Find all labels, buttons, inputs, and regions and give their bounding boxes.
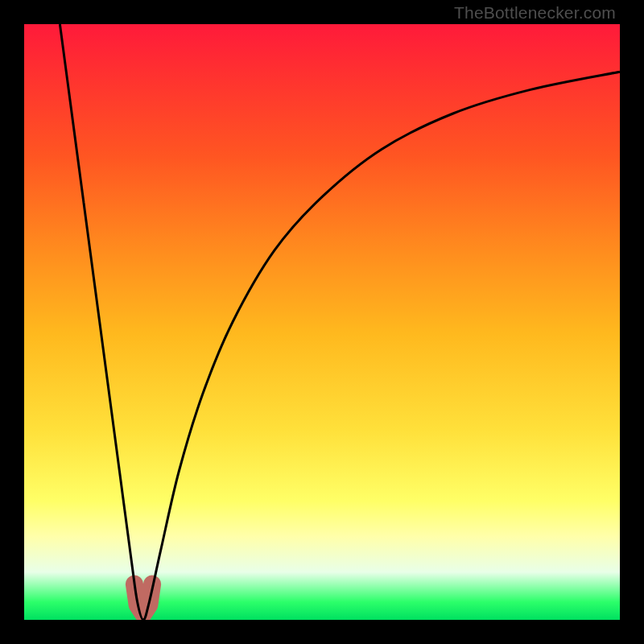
curve-layer bbox=[24, 24, 620, 620]
figure-root: TheBottlenecker.com bbox=[0, 0, 644, 644]
attribution-text: TheBottlenecker.com bbox=[454, 3, 616, 23]
bottleneck-curve bbox=[60, 24, 620, 620]
plot-area bbox=[24, 24, 620, 620]
